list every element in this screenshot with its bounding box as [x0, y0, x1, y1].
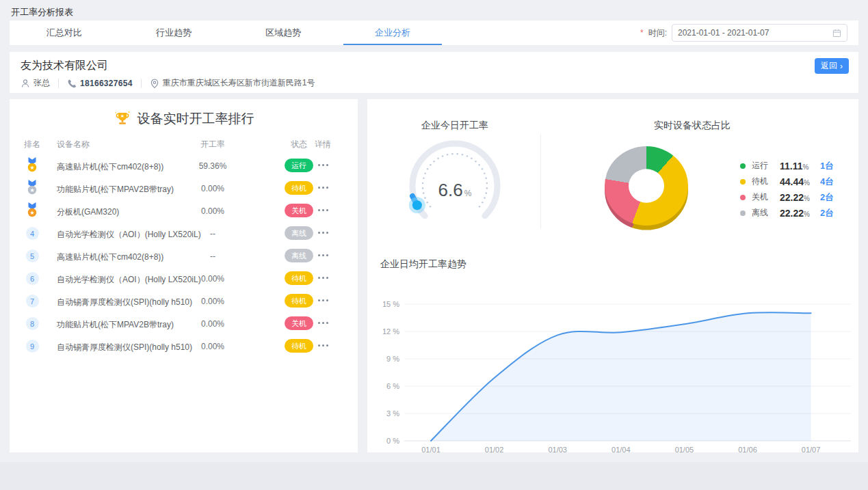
row-detail-dots[interactable]	[313, 254, 332, 256]
rank-cell: 6	[23, 270, 42, 285]
rank-cell: ★	[23, 157, 42, 173]
ranking-rows: ★高速贴片机(松下cm402(8+8))59.36%运行 ★功能贴片机(松下MP…	[10, 154, 358, 357]
trend-line-chart: 0 %3 %6 %9 %12 %15 %01/0101/0201/0301/04…	[381, 297, 853, 458]
row-detail-dots[interactable]	[313, 322, 332, 324]
device-name: 高速贴片机(松下cm402(8+8))	[57, 251, 163, 263]
contact-person-name: 张总	[34, 77, 50, 89]
legend-label: 离线	[752, 207, 774, 219]
legend-count: 4台	[820, 176, 834, 188]
table-row[interactable]: ★分板机(GAM320)0.00%关机	[10, 200, 358, 222]
row-detail-dots[interactable]	[313, 344, 332, 346]
table-row[interactable]: 6自动光学检测仪（AOI）(Holly LX520iL)0.00%待机	[10, 267, 358, 290]
back-button[interactable]: 返回 ›	[815, 58, 849, 74]
date-filter-label: 时间:	[648, 27, 667, 39]
status-badge: 待机	[285, 181, 313, 195]
gauge-value: 6.6 %	[404, 180, 506, 201]
tab-汇总对比[interactable]: 汇总对比	[10, 21, 119, 45]
vertical-divider	[540, 135, 541, 229]
svg-text:3 %: 3 %	[386, 409, 399, 418]
svg-text:01/07: 01/07	[802, 446, 821, 454]
svg-text:6 %: 6 %	[386, 382, 399, 390]
legend-percent-unit: %	[803, 163, 809, 171]
rank-cell: 8	[23, 315, 42, 330]
legend-dot	[740, 210, 746, 216]
legend-percent: 44.44%	[780, 176, 814, 187]
status-legend: 运行11.11%1台待机44.44%4台关机22.22%2台离线22.22%2台	[740, 158, 834, 221]
status-badge: 关机	[285, 316, 313, 330]
legend-count: 2台	[820, 191, 834, 204]
legend-item-运行: 运行11.11%1台	[740, 158, 834, 174]
column-rate: 开工率	[189, 139, 237, 150]
row-detail-dots[interactable]	[313, 277, 332, 279]
column-name: 设备名称	[57, 139, 90, 150]
contact-divider	[58, 79, 59, 88]
row-detail-dots[interactable]	[313, 187, 332, 189]
svg-text:15 %: 15 %	[382, 300, 399, 308]
tab-行业趋势[interactable]: 行业趋势	[119, 21, 228, 45]
medal-icon: ★	[25, 202, 39, 218]
donut-hole	[629, 169, 664, 202]
device-name: 自动锡膏厚度检测仪(SPI)(holly h510)	[57, 297, 192, 308]
table-row[interactable]: 4自动光学检测仪（AOI）(Holly LX520iL)--离线	[10, 222, 358, 245]
rank-number: 8	[26, 317, 39, 330]
svg-text:★: ★	[29, 165, 34, 171]
legend-item-离线: 离线22.22%2台	[740, 205, 834, 221]
svg-text:01/05: 01/05	[675, 446, 694, 454]
legend-item-关机: 关机22.22%2台	[740, 189, 834, 205]
today-rate-gauge: 6.6 %	[404, 135, 506, 237]
rank-cell: 9	[23, 338, 42, 353]
svg-text:★: ★	[29, 210, 34, 216]
device-rate: 0.00%	[189, 206, 237, 216]
page-title: 开工率分析报表	[11, 6, 73, 18]
contact-phone: 18166327654	[67, 79, 133, 88]
legend-percent-unit: %	[804, 179, 810, 187]
company-contact-row: 张总 18166327654 重庆市重庆城区长寿区新市街道新民路1号	[21, 77, 315, 89]
table-row[interactable]: 9自动锡膏厚度检测仪(SPI)(holly h510)0.00%待机	[10, 335, 358, 357]
device-name: 高速贴片机(松下cm402(8+8))	[57, 161, 163, 173]
device-rate: 0.00%	[189, 297, 237, 306]
column-rank: 排名	[23, 139, 42, 150]
contact-divider	[141, 79, 142, 88]
gauge-value-unit: %	[464, 189, 472, 198]
ranking-column-headers: 排名 设备名称 开工率 状态 详情	[10, 139, 358, 148]
table-row[interactable]: ★高速贴片机(松下cm402(8+8))59.36%运行	[10, 154, 358, 177]
device-name: 功能贴片机(松下MPAV2B带tray)	[57, 184, 174, 195]
status-badge: 离线	[285, 226, 313, 240]
rank-number: 5	[26, 249, 39, 262]
row-detail-dots[interactable]	[313, 209, 332, 211]
row-detail-dots[interactable]	[313, 164, 332, 166]
table-row[interactable]: 5高速贴片机(松下cm402(8+8))--离线	[10, 245, 358, 267]
device-rate: --	[189, 251, 237, 261]
tab-区域趋势[interactable]: 区域趋势	[228, 21, 338, 45]
rank-cell: 4	[23, 225, 42, 240]
contact-address-text: 重庆市重庆城区长寿区新市街道新民路1号	[163, 77, 315, 89]
legend-label: 运行	[752, 160, 774, 172]
phone-icon	[67, 79, 77, 88]
gauge-value-number: 6.6	[438, 180, 463, 201]
table-row[interactable]: 8功能贴片机(松下MPAV2B带tray)0.00%关机	[10, 312, 358, 335]
rank-cell: ★	[23, 180, 42, 195]
date-range-input[interactable]: 2021-01-01 - 2021-01-07	[672, 24, 847, 42]
tab-企业分析[interactable]: 企业分析	[338, 21, 447, 45]
legend-percent-unit: %	[804, 195, 810, 202]
svg-text:0 %: 0 %	[386, 437, 399, 445]
device-rate: --	[189, 229, 237, 239]
row-detail-dots[interactable]	[313, 299, 332, 301]
table-row[interactable]: 7自动锡膏厚度检测仪(SPI)(holly h510)0.00%待机	[10, 290, 358, 312]
rank-cell: 7	[23, 292, 42, 308]
device-ranking-panel: ★ 设备实时开工率排行 排名 设备名称 开工率 状态 详情 ★高速贴片机(松下c…	[10, 99, 358, 452]
trend-title: 企业日均开工率趋势	[380, 258, 466, 271]
ranking-title: 设备实时开工率排行	[137, 110, 254, 128]
operation-rate-report-page: 开工率分析报表 汇总对比行业趋势区域趋势企业分析 * 时间: 2021-01-0…	[0, 0, 868, 490]
row-detail-dots[interactable]	[313, 232, 332, 234]
device-rate: 59.36%	[189, 161, 237, 171]
status-badge: 待机	[285, 271, 313, 285]
svg-text:★: ★	[29, 187, 34, 193]
legend-dot	[740, 179, 746, 185]
rank-number: 6	[26, 272, 39, 285]
contact-address: 重庆市重庆城区长寿区新市街道新民路1号	[150, 77, 315, 89]
table-row[interactable]: ★功能贴片机(松下MPAV2B带tray)0.00%待机	[10, 177, 358, 200]
legend-percent: 22.22%	[780, 192, 814, 203]
legend-percent: 11.11%	[780, 161, 814, 172]
svg-text:01/03: 01/03	[548, 446, 567, 454]
